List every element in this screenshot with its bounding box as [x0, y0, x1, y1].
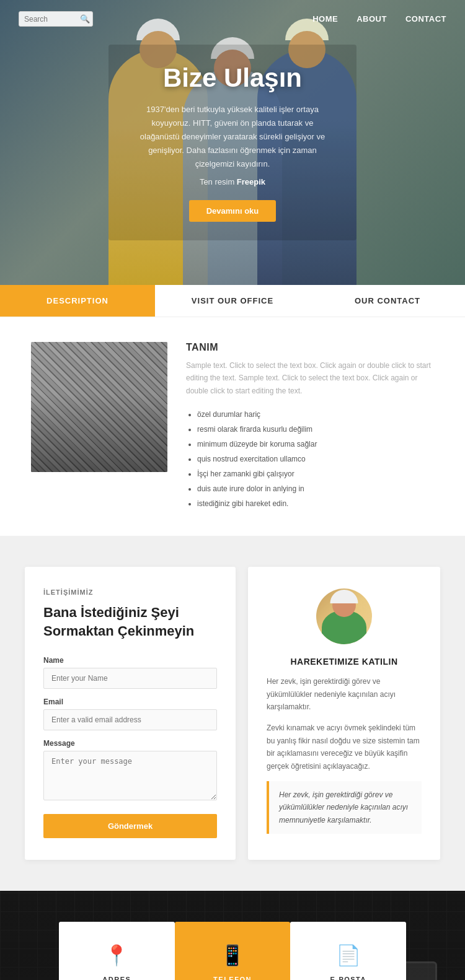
tabs-row: DESCRIPTION VISIT OUR OFFICE OUR CONTACT: [0, 285, 465, 317]
nav-contact[interactable]: CONTACT: [405, 14, 446, 24]
email-label: Email: [43, 698, 217, 706]
submit-button[interactable]: Göndermek: [43, 814, 217, 838]
search-box[interactable]: 🔍: [19, 11, 93, 27]
description-title: TANIM: [186, 342, 434, 353]
tab-visit-office[interactable]: VISIT OUR OFFICE: [155, 285, 310, 317]
phone-card: 📱 TELEFON +111 343 43 43: [175, 922, 291, 980]
list-item: istediğiniz gibi hareket edin.: [197, 496, 434, 511]
avatar-helmet: [330, 590, 358, 603]
hero-description: 1937'den beri tutkuyla yüksek kaliteli i…: [133, 103, 332, 171]
hero-freepik-credit: Ten resim Freepik: [133, 177, 332, 186]
info-quote: Her zevk, işin gerektirdiği görev ve yük…: [267, 781, 422, 834]
navbar: 🔍 HOME ABOUT CONTACT: [0, 0, 465, 38]
search-icon: 🔍: [80, 14, 90, 24]
tab-description[interactable]: DESCRIPTION: [0, 285, 155, 317]
worker-avatar: [316, 588, 372, 644]
info-para-1: Her zevk, işin gerektirdiği görev ve yük…: [267, 675, 422, 713]
nav-about[interactable]: ABOUT: [356, 14, 387, 24]
list-item: minimum düzeyde bir koruma sağlar: [197, 437, 434, 452]
contact-tag: İLETİŞİMİMİZ: [43, 588, 217, 596]
list-item: duis aute irure dolor in anlying in: [197, 481, 434, 496]
message-textarea[interactable]: [43, 751, 217, 800]
contact-section: İLETİŞİMİMİZ Bana İstediğiniz Şeyi Sorma…: [0, 536, 465, 890]
hero-section: Bize Ulaşın 1937'den beri tutkuyla yükse…: [0, 0, 465, 285]
info-para-2: Zevki kınamak ve acıyı övmek şeklindeki …: [267, 722, 422, 772]
description-text: TANIM Sample text. Click to select the t…: [186, 342, 434, 511]
nav-home[interactable]: HOME: [312, 14, 338, 24]
list-item: özel durumlar hariç: [197, 407, 434, 422]
name-input[interactable]: [43, 668, 217, 689]
email-icon: 📄: [303, 943, 394, 967]
message-label: Message: [43, 739, 217, 748]
contact-info-box: HAREKETIMIZE KATILIN Her zevk, işin gere…: [248, 567, 440, 859]
list-item: quis nostrud exercitation ullamco: [197, 452, 434, 466]
address-label: ADRES: [71, 976, 162, 980]
contact-inner: İLETİŞİMİMİZ Bana İstediğiniz Şeyi Sorma…: [25, 567, 440, 859]
hero-content: Bize Ulaşın 1937'den beri tutkuyla yükse…: [108, 45, 356, 240]
email-card: 📄 E-POSTA iş@info.com: [290, 922, 406, 980]
email-input[interactable]: [43, 709, 217, 730]
join-title: HAREKETIMIZE KATILIN: [267, 657, 422, 667]
contact-form-box: İLETİŞİMİMİZ Bana İstediğiniz Şeyi Sorma…: [25, 567, 236, 859]
description-list: özel durumlar hariçresmi olarak firarda …: [186, 407, 434, 511]
contact-cards: 📍 ADRES 27 13 Lowe Limanı 📱 TELEFON +111…: [59, 922, 406, 980]
description-section: TANIM Sample text. Click to select the t…: [0, 317, 465, 536]
tabs-section: DESCRIPTION VISIT OUR OFFICE OUR CONTACT: [0, 285, 465, 317]
contact-heading: Bana İstediğiniz Şeyi Sormaktan Çekinmey…: [43, 603, 217, 640]
nav-links: HOME ABOUT CONTACT: [312, 14, 446, 24]
list-item: resmi olarak firarda kusurlu değilim: [197, 422, 434, 437]
description-image: [31, 342, 167, 472]
phone-label: TELEFON: [187, 976, 278, 980]
tab-our-contact[interactable]: OUR CONTACT: [310, 285, 465, 317]
search-input[interactable]: [24, 15, 80, 24]
address-icon: 📍: [71, 943, 162, 967]
list-item: İşçi her zamanki gibi çalışıyor: [197, 466, 434, 481]
name-label: Name: [43, 656, 217, 665]
footer-section: 📍 ADRES 27 13 Lowe Limanı 📱 TELEFON +111…: [0, 891, 465, 980]
hero-cta-button[interactable]: Devamını oku: [189, 200, 277, 222]
hero-title: Bize Ulaşın: [133, 63, 332, 93]
phone-icon: 📱: [187, 943, 278, 967]
address-card: 📍 ADRES 27 13 Lowe Limanı: [59, 922, 175, 980]
description-inner: TANIM Sample text. Click to select the t…: [31, 342, 434, 511]
email-label: E-POSTA: [303, 976, 394, 980]
description-paragraph: Sample text. Click to select the text bo…: [186, 359, 434, 397]
